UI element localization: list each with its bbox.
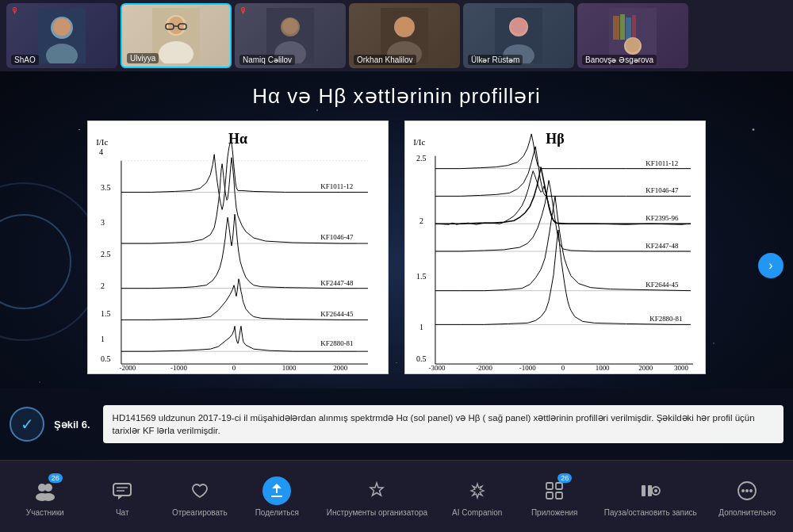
participant-namiq[interactable]: 🎙 Namiq Cəlilov [235, 3, 346, 68]
svg-text:3000: 3000 [674, 364, 688, 372]
participants-badge: 26 [48, 473, 63, 483]
participant-bar: 🎙 ShAO Ulviyya 🎙 Namiq Cəlilov [0, 0, 793, 71]
svg-text:I/Ic: I/Ic [413, 137, 425, 147]
svg-point-107 [654, 489, 657, 492]
svg-point-109 [741, 489, 745, 492]
ai-companion-label: AI Companion [452, 508, 502, 517]
svg-rect-104 [642, 485, 646, 496]
react-label: Отреагировать [172, 508, 228, 517]
svg-text:I/Ic: I/Ic [96, 137, 108, 147]
svg-text:2000: 2000 [333, 364, 347, 372]
participant-ulkar[interactable]: Ülkər Rüstəm [463, 3, 574, 68]
pause-record-button[interactable]: Пауза/остановить запись [604, 477, 697, 517]
svg-text:3: 3 [101, 218, 105, 227]
pause-record-label: Пауза/остановить запись [604, 508, 697, 517]
ai-companion-button[interactable]: AI Companion [450, 477, 505, 517]
participant-orkhan[interactable]: Orkhan Khalilov [349, 3, 460, 68]
svg-text:-2000: -2000 [476, 364, 492, 372]
svg-rect-101 [556, 483, 562, 489]
svg-text:KF2447-48: KF2447-48 [646, 242, 679, 250]
svg-text:KF2644-45: KF2644-45 [320, 310, 354, 318]
react-icon [186, 477, 214, 505]
shao-name: ShAO [11, 55, 39, 65]
svg-text:0.5: 0.5 [416, 354, 426, 363]
svg-text:-3000: -3000 [429, 364, 446, 372]
svg-text:0: 0 [232, 364, 236, 372]
svg-text:KF1011-12: KF1011-12 [320, 182, 353, 190]
chat-icon [108, 477, 136, 505]
svg-text:0.5: 0.5 [101, 354, 110, 363]
caption-bar: ✓ Şəkil 6. HD141569 uldzunun 2017-19-ci … [0, 388, 793, 460]
svg-text:0: 0 [561, 364, 565, 372]
slide-title: Hα və Hβ xəttlərinin profilləri [0, 71, 793, 117]
chat-label: Чат [116, 508, 129, 517]
chat-button[interactable]: Чат [94, 477, 150, 517]
svg-point-7 [168, 17, 184, 34]
more-button[interactable]: Дополнительно [718, 477, 776, 517]
svg-text:2000: 2000 [638, 364, 653, 372]
svg-rect-26 [620, 14, 625, 40]
svg-rect-28 [632, 15, 636, 40]
svg-point-30 [626, 38, 640, 52]
svg-text:1: 1 [101, 335, 105, 343]
bottom-toolbar: 26 Участники Чат Отреагировать [0, 460, 793, 532]
svg-point-111 [749, 489, 753, 492]
svg-text:1.5: 1.5 [416, 272, 426, 281]
svg-point-110 [745, 489, 749, 492]
banovse-name: Banovşə Əsgərova [582, 55, 657, 65]
svg-rect-102 [546, 492, 553, 499]
svg-text:KF2395-96: KF2395-96 [646, 214, 679, 222]
more-icon [733, 477, 761, 505]
svg-rect-95 [113, 484, 131, 496]
participant-shao[interactable]: 🎙 ShAO [6, 3, 117, 68]
namiq-name: Namiq Cəlilov [239, 55, 295, 65]
svg-text:1000: 1000 [282, 364, 297, 372]
svg-point-92 [44, 484, 52, 492]
svg-point-14 [282, 18, 298, 34]
organizer-button[interactable]: Инструменты организатора [327, 477, 427, 517]
svg-rect-100 [546, 483, 553, 489]
participants-label: Участники [26, 508, 64, 517]
chart-hbeta: Hβ I/Ic 2.5 2 1.5 1 0.5 -3000 -2000 -100… [404, 121, 706, 374]
svg-text:-2000: -2000 [119, 364, 136, 372]
more-label: Дополнительно [718, 508, 776, 517]
svg-rect-27 [626, 17, 631, 40]
svg-text:Hα: Hα [228, 131, 247, 147]
svg-text:2: 2 [419, 216, 423, 225]
react-button[interactable]: Отреагировать [172, 477, 228, 517]
ulviyya-name: Ulviyya [127, 53, 159, 63]
next-slide-button[interactable]: › [758, 253, 783, 278]
svg-text:KF2880-81: KF2880-81 [649, 315, 682, 323]
svg-text:KF2447-48: KF2447-48 [320, 279, 354, 287]
charts-area: Hα I/Ic 4 3.5 3 2.5 2 1.5 1 0.5 -2000 -1… [0, 121, 793, 374]
organizer-icon [362, 477, 391, 505]
organizer-label: Инструменты организатора [327, 508, 427, 517]
caption-figure-label: Şəkil 6. [54, 419, 90, 431]
shao-mic-icon: 🎙 [11, 6, 19, 15]
svg-text:1.5: 1.5 [101, 309, 110, 318]
svg-point-18 [396, 17, 413, 35]
svg-text:1: 1 [419, 323, 423, 331]
participants-button[interactable]: 26 Участники [17, 477, 73, 517]
namiq-mic-icon: 🎙 [239, 6, 247, 15]
apps-button[interactable]: 26 Приложения [527, 477, 582, 517]
svg-text:2: 2 [101, 281, 105, 290]
halpha-svg: Hα I/Ic 4 3.5 3 2.5 2 1.5 1 0.5 -2000 -1… [88, 121, 388, 373]
apps-badge: 26 [557, 473, 572, 483]
caption-check-icon: ✓ [10, 407, 44, 442]
svg-point-22 [511, 18, 527, 34]
caption-text: HD141569 uldzunun 2017-19-ci il müşahidə… [103, 405, 783, 443]
orkhan-name: Orkhan Khalilov [354, 55, 416, 65]
svg-text:KF1046-47: KF1046-47 [320, 233, 354, 241]
slide-content: › Hα və Hβ xəttlərinin profilləri Hα I/I… [0, 71, 793, 460]
svg-text:KF1011-12: KF1011-12 [646, 159, 678, 167]
share-button[interactable]: Поделиться [249, 477, 305, 517]
participant-ulviyya[interactable]: Ulviyya [121, 3, 232, 68]
svg-text:1000: 1000 [596, 364, 610, 372]
ulkar-name: Ülkər Rüstəm [468, 55, 523, 65]
apps-label: Приложения [531, 508, 578, 517]
participant-banovse[interactable]: Banovşə Əsgərova [577, 3, 688, 68]
svg-text:-1000: -1000 [170, 364, 187, 372]
shao-avatar [38, 8, 86, 63]
svg-text:4: 4 [99, 147, 103, 156]
